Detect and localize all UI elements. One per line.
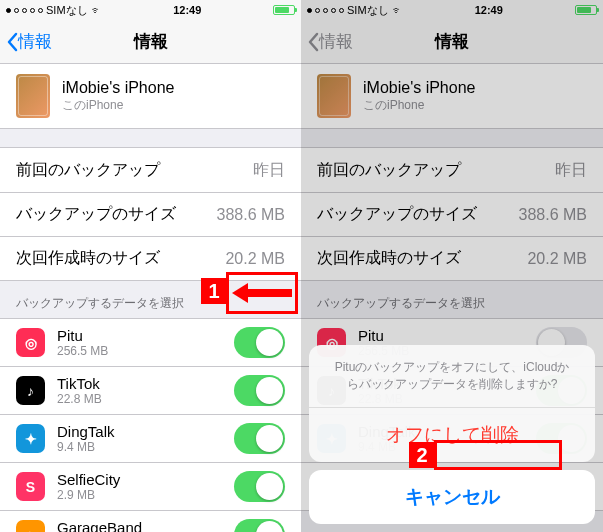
- app-row: ♫GarageBand2.1 MB: [0, 510, 301, 532]
- status-bar: SIMなし ᯤ 12:49: [301, 0, 603, 20]
- row-last-backup: 前回のバックアップ 昨日: [301, 148, 603, 192]
- backup-size-value: 388.6 MB: [217, 206, 285, 224]
- app-icon: ♪: [16, 376, 45, 405]
- app-name: GarageBand: [57, 519, 142, 532]
- screenshot-left: SIMなし ᯤ 12:49 情報 情報 iMobie's iPhone このiP…: [0, 0, 301, 532]
- app-name: TikTok: [57, 375, 102, 392]
- clock: 12:49: [475, 4, 503, 16]
- nav-title: 情報: [134, 30, 168, 53]
- device-subtitle: このiPhone: [62, 97, 174, 114]
- row-backup-size: バックアップのサイズ 388.6 MB: [301, 192, 603, 236]
- row-next-size: 次回作成時のサイズ 20.2 MB: [301, 236, 603, 280]
- next-size-value: 20.2 MB: [225, 250, 285, 268]
- device-name: iMobie's iPhone: [363, 79, 475, 97]
- clock: 12:49: [173, 4, 201, 16]
- sheet-message: Pituのバックアップをオフにして、iCloudからバックアップデータを削除しま…: [309, 345, 595, 408]
- app-row: ◎Pitu256.5 MB: [0, 319, 301, 366]
- app-icon: ✦: [16, 424, 45, 453]
- screenshot-right: SIMなし ᯤ 12:49 情報 情報 iMobie's iPhone このiP…: [301, 0, 603, 532]
- device-subtitle: このiPhone: [363, 97, 475, 114]
- device-row: iMobie's iPhone このiPhone: [0, 64, 301, 129]
- next-size-label: 次回作成時のサイズ: [16, 248, 160, 269]
- app-icon: S: [16, 472, 45, 501]
- carrier-label: SIMなし: [46, 3, 88, 18]
- app-row: SSelfieCity2.9 MB: [0, 462, 301, 510]
- apps-list: ◎Pitu256.5 MB♪TikTok22.8 MB✦DingTalk9.4 …: [0, 318, 301, 532]
- sheet-destructive-button[interactable]: オフにして削除: [309, 408, 595, 462]
- app-toggle[interactable]: [234, 375, 285, 406]
- device-row: iMobie's iPhone このiPhone: [301, 64, 603, 129]
- app-toggle[interactable]: [234, 327, 285, 358]
- row-next-size: 次回作成時のサイズ 20.2 MB: [0, 236, 301, 280]
- row-backup-size: バックアップのサイズ 388.6 MB: [0, 192, 301, 236]
- battery-icon: [575, 5, 597, 15]
- back-button[interactable]: 情報: [307, 30, 353, 53]
- wifi-icon: ᯤ: [392, 4, 403, 16]
- app-name: Pitu: [358, 327, 409, 344]
- app-row: ♪TikTok22.8 MB: [0, 366, 301, 414]
- last-backup-value: 昨日: [253, 160, 285, 181]
- backup-info-group: 前回のバックアップ 昨日 バックアップのサイズ 388.6 MB 次回作成時のサ…: [0, 147, 301, 281]
- app-size: 22.8 MB: [57, 392, 102, 406]
- wifi-icon: ᯤ: [91, 4, 102, 16]
- nav-title: 情報: [435, 30, 469, 53]
- last-backup-label: 前回のバックアップ: [16, 160, 160, 181]
- app-size: 256.5 MB: [57, 344, 108, 358]
- app-icon: ◎: [16, 328, 45, 357]
- chevron-left-icon: [6, 32, 18, 52]
- back-label: 情報: [18, 30, 52, 53]
- app-size: 2.9 MB: [57, 488, 120, 502]
- sheet-cancel-button[interactable]: キャンセル: [309, 470, 595, 524]
- app-name: SelfieCity: [57, 471, 120, 488]
- back-button[interactable]: 情報: [6, 30, 52, 53]
- section-header: バックアップするデータを選択: [0, 281, 301, 318]
- backup-info-group: 前回のバックアップ 昨日 バックアップのサイズ 388.6 MB 次回作成時のサ…: [301, 147, 603, 281]
- nav-bar: 情報 情報: [301, 20, 603, 64]
- app-toggle[interactable]: [234, 423, 285, 454]
- action-sheet: Pituのバックアップをオフにして、iCloudからバックアップデータを削除しま…: [309, 345, 595, 524]
- battery-icon: [273, 5, 295, 15]
- app-icon: ♫: [16, 520, 45, 532]
- app-name: Pitu: [57, 327, 108, 344]
- nav-bar: 情報 情報: [0, 20, 301, 64]
- chevron-left-icon: [307, 32, 319, 52]
- app-toggle[interactable]: [234, 471, 285, 502]
- app-name: DingTalk: [57, 423, 115, 440]
- device-name: iMobie's iPhone: [62, 79, 174, 97]
- section-header: バックアップするデータを選択: [301, 281, 603, 318]
- status-bar: SIMなし ᯤ 12:49: [0, 0, 301, 20]
- device-thumbnail-icon: [16, 74, 50, 118]
- row-last-backup: 前回のバックアップ 昨日: [0, 148, 301, 192]
- app-toggle[interactable]: [234, 519, 285, 532]
- app-size: 9.4 MB: [57, 440, 115, 454]
- backup-size-label: バックアップのサイズ: [16, 204, 176, 225]
- carrier-label: SIMなし: [347, 3, 389, 18]
- back-label: 情報: [319, 30, 353, 53]
- app-row: ✦DingTalk9.4 MB: [0, 414, 301, 462]
- device-thumbnail-icon: [317, 74, 351, 118]
